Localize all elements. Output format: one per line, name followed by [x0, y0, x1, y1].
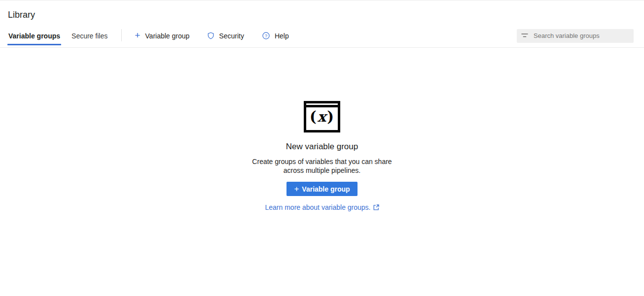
help-button[interactable]: ? Help	[262, 24, 289, 47]
variable-group-icon-titlebar	[306, 103, 338, 107]
shield-icon	[208, 32, 214, 39]
new-variable-group-button-label: Variable group	[302, 185, 350, 193]
tab-secure-files[interactable]: Secure files	[71, 24, 108, 47]
empty-state-description-line2: across multiple pipelines.	[252, 166, 392, 175]
svg-text:?: ?	[265, 33, 267, 38]
empty-state-description-line1: Create groups of variables that you can …	[252, 157, 392, 166]
empty-state: (x) New variable group Create groups of …	[0, 48, 644, 211]
toolbar-divider	[121, 29, 122, 41]
variable-group-button-label: Variable group	[145, 32, 189, 40]
new-variable-group-button[interactable]: + Variable group	[286, 182, 357, 196]
learn-more-link[interactable]: Learn more about variable groups.	[265, 203, 379, 211]
help-circle-icon: ?	[262, 32, 270, 39]
search-input[interactable]	[533, 32, 629, 40]
filter-icon	[521, 33, 528, 38]
variable-group-icon: (x)	[304, 101, 340, 132]
tab-bar: Variable groups Secure files	[8, 24, 118, 47]
tab-secure-files-label: Secure files	[72, 32, 107, 40]
security-button[interactable]: Security	[208, 24, 244, 47]
learn-more-link-label: Learn more about variable groups.	[265, 203, 370, 211]
tab-variable-groups[interactable]: Variable groups	[8, 24, 61, 47]
security-button-label: Security	[219, 32, 244, 40]
page-title: Library	[8, 10, 636, 20]
plus-icon: +	[135, 31, 140, 40]
search-box[interactable]	[517, 29, 634, 43]
empty-state-title: New variable group	[286, 142, 358, 152]
empty-state-description: Create groups of variables that you can …	[252, 157, 392, 175]
variable-group-button[interactable]: + Variable group	[135, 24, 189, 47]
plus-icon: +	[294, 185, 299, 193]
variable-group-icon-glyph: (x)	[306, 107, 338, 128]
app-header: Library	[0, 0, 644, 24]
command-bar: Variable groups Secure files + Variable …	[0, 24, 644, 48]
help-button-label: Help	[275, 32, 289, 40]
tab-variable-groups-label: Variable groups	[8, 32, 60, 40]
external-link-icon	[373, 204, 379, 210]
